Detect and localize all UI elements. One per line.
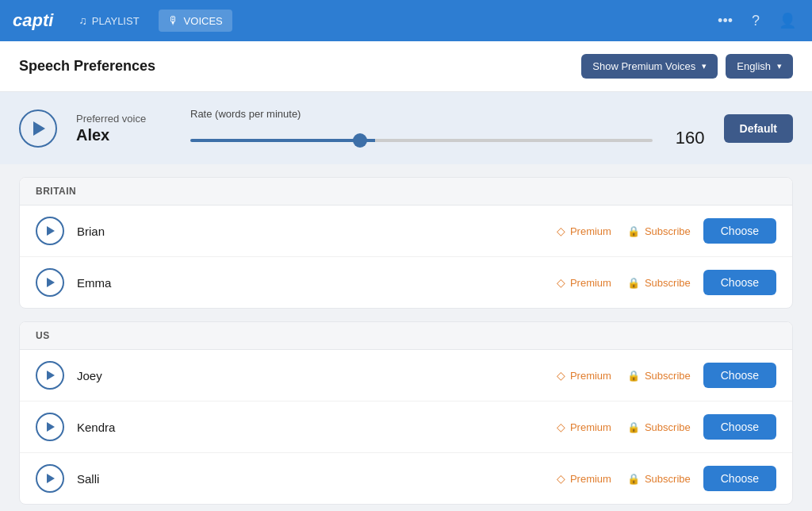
lock-icon: 🔒 xyxy=(627,277,640,289)
play-icon xyxy=(47,474,55,483)
choose-button[interactable]: Choose xyxy=(703,363,776,388)
microphone-icon: 🎙 xyxy=(168,14,179,27)
lock-icon: 🔒 xyxy=(627,421,640,433)
main-content: BRITAIN Brian ◇ Premium 🔒 Subscribe Choo… xyxy=(0,164,812,509)
voice-name: Brian xyxy=(77,225,544,238)
play-icon xyxy=(33,121,45,136)
table-row: Emma ◇ Premium 🔒 Subscribe Choose xyxy=(20,257,792,308)
rate-slider-container xyxy=(190,131,653,145)
premium-badge: ◇ Premium xyxy=(557,225,611,237)
app-logo: capti xyxy=(13,10,53,31)
voice-name: Kendra xyxy=(77,421,544,434)
default-button[interactable]: Default xyxy=(724,114,793,143)
play-icon xyxy=(47,226,55,236)
voice-group-us: US Joey ◇ Premium 🔒 Subscribe Choose xyxy=(19,321,793,505)
play-icon xyxy=(47,278,55,287)
choose-button[interactable]: Choose xyxy=(703,466,776,491)
subscribe-badge: 🔒 Subscribe xyxy=(627,473,691,485)
page-title: Speech Preferences xyxy=(19,58,155,75)
voice-badges: ◇ Premium 🔒 Subscribe xyxy=(557,369,691,382)
title-bar-controls: Show Premium Voices ▾ English ▾ xyxy=(581,54,793,79)
help-icon: ? xyxy=(752,13,760,29)
table-row: Brian ◇ Premium 🔒 Subscribe Choose xyxy=(20,206,792,257)
preferred-voice-label: Preferred voice xyxy=(76,113,171,125)
playlist-icon: ♫ xyxy=(79,14,87,27)
diamond-icon: ◇ xyxy=(557,225,565,237)
premium-badge: ◇ Premium xyxy=(557,421,611,433)
choose-button[interactable]: Choose xyxy=(703,414,776,440)
lock-icon: 🔒 xyxy=(627,225,640,237)
rate-value: 160 xyxy=(665,128,705,148)
group-header-britain: BRITAIN xyxy=(20,178,792,206)
diamond-icon: ◇ xyxy=(557,472,565,485)
user-button[interactable]: 👤 xyxy=(776,9,799,33)
preferred-voice-name: Alex xyxy=(76,126,171,144)
table-row: Salli ◇ Premium 🔒 Subscribe Choose xyxy=(20,453,792,504)
language-selector-button[interactable]: English ▾ xyxy=(726,54,793,79)
rate-slider[interactable] xyxy=(190,139,653,142)
table-row: Kendra ◇ Premium 🔒 Subscribe Choose xyxy=(20,402,792,453)
group-header-us: US xyxy=(20,322,792,350)
nav-voices[interactable]: 🎙 VOICES xyxy=(159,10,232,32)
rate-controls: 160 xyxy=(190,128,705,148)
subscribe-badge: 🔒 Subscribe xyxy=(627,277,691,289)
table-row: Joey ◇ Premium 🔒 Subscribe Choose xyxy=(20,350,792,402)
voice-play-button[interactable] xyxy=(36,413,64,441)
chevron-down-icon: ▾ xyxy=(702,61,707,71)
preferred-voice-info: Preferred voice Alex xyxy=(76,113,171,144)
voice-name: Joey xyxy=(77,369,544,382)
show-premium-voices-button[interactable]: Show Premium Voices ▾ xyxy=(581,54,718,79)
voice-play-button[interactable] xyxy=(36,268,64,297)
lock-icon: 🔒 xyxy=(627,370,640,382)
app-header: capti ♫ PLAYLIST 🎙 VOICES ••• ? 👤 xyxy=(0,0,812,41)
choose-button[interactable]: Choose xyxy=(703,270,776,295)
premium-badge: ◇ Premium xyxy=(557,276,611,289)
voice-name: Salli xyxy=(77,472,544,486)
lock-icon: 🔒 xyxy=(627,473,640,485)
voice-name: Emma xyxy=(77,276,544,290)
voice-group-britain: BRITAIN Brian ◇ Premium 🔒 Subscribe Choo… xyxy=(19,177,793,309)
header-right: ••• ? 👤 xyxy=(714,9,799,33)
rate-section: Rate (words per minute) 160 xyxy=(190,108,705,148)
diamond-icon: ◇ xyxy=(557,276,565,289)
chevron-down-icon: ▾ xyxy=(777,61,782,71)
rate-label: Rate (words per minute) xyxy=(190,108,705,120)
preferred-voice-play-button[interactable] xyxy=(19,110,57,148)
nav-playlist[interactable]: ♫ PLAYLIST xyxy=(69,10,148,32)
voice-badges: ◇ Premium 🔒 Subscribe xyxy=(557,276,691,289)
voice-badges: ◇ Premium 🔒 Subscribe xyxy=(557,225,691,237)
diamond-icon: ◇ xyxy=(557,421,565,433)
play-icon xyxy=(47,371,55,380)
subscribe-badge: 🔒 Subscribe xyxy=(627,370,691,382)
premium-badge: ◇ Premium xyxy=(557,472,611,485)
help-button[interactable]: ? xyxy=(749,10,763,33)
more-options-button[interactable]: ••• xyxy=(714,10,736,33)
title-bar: Speech Preferences Show Premium Voices ▾… xyxy=(0,41,812,92)
voice-play-button[interactable] xyxy=(36,361,64,390)
user-icon: 👤 xyxy=(779,13,796,29)
subscribe-badge: 🔒 Subscribe xyxy=(627,225,691,237)
voice-play-button[interactable] xyxy=(36,464,64,493)
subscribe-badge: 🔒 Subscribe xyxy=(627,421,691,433)
voice-play-button[interactable] xyxy=(36,217,64,245)
play-icon xyxy=(47,422,55,432)
voice-badges: ◇ Premium 🔒 Subscribe xyxy=(557,472,691,485)
choose-button[interactable]: Choose xyxy=(703,218,776,244)
preferred-voice-section: Preferred voice Alex Rate (words per min… xyxy=(0,92,812,164)
more-icon: ••• xyxy=(718,13,733,29)
diamond-icon: ◇ xyxy=(557,369,565,382)
voice-badges: ◇ Premium 🔒 Subscribe xyxy=(557,421,691,433)
premium-badge: ◇ Premium xyxy=(557,369,611,382)
